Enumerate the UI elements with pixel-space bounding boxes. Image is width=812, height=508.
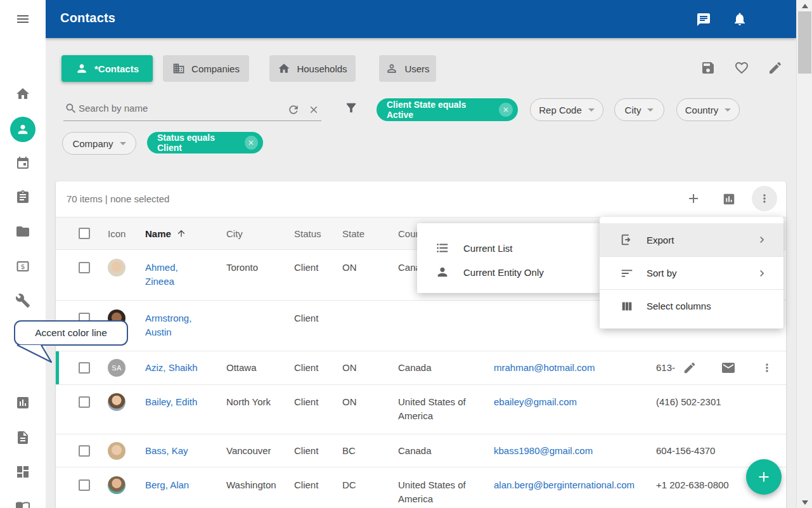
- tab-contacts-label: *Contacts: [94, 63, 139, 74]
- cell-phone: (416) 502-2301: [656, 395, 786, 409]
- notifications-bell-icon[interactable]: [732, 11, 747, 27]
- filter-chip-status[interactable]: Status equals Client: [147, 132, 263, 153]
- cell-city: Washington: [226, 478, 294, 492]
- edit-pencil-icon[interactable]: [768, 60, 783, 75]
- scrollbar-down-arrow[interactable]: [797, 497, 812, 508]
- app-sidebar: $: [0, 38, 46, 508]
- scrollbar-thumb[interactable]: [798, 11, 811, 74]
- hamburger-menu-icon[interactable]: [15, 11, 30, 27]
- contact-name-link[interactable]: Bass, Kay: [145, 444, 188, 458]
- contact-email-link[interactable]: alan.berg@berginternational.com: [494, 478, 635, 492]
- sidebar-billing-icon[interactable]: $: [15, 259, 30, 274]
- tab-companies-label: Companies: [191, 63, 240, 74]
- menu-item-export[interactable]: Export: [600, 223, 783, 256]
- search-underline: [63, 120, 321, 121]
- save-view-icon[interactable]: [700, 60, 716, 75]
- filter-chip-company-label: Company: [72, 138, 113, 149]
- filter-chip-rep-code[interactable]: Rep Code: [530, 98, 603, 121]
- cell-status: Client: [294, 311, 342, 325]
- sort-ascending-icon: [176, 228, 186, 238]
- contact-name-link[interactable]: Armstrong, Austin: [145, 311, 206, 339]
- add-contact-fab[interactable]: [746, 459, 782, 495]
- contact-initials-avatar: SA: [108, 359, 126, 377]
- row-checkbox[interactable]: [79, 479, 90, 491]
- filter-chip-company[interactable]: Company: [62, 132, 136, 155]
- sidebar-home-icon[interactable]: [15, 86, 30, 101]
- menu-item-label: Export: [647, 235, 674, 245]
- filter-funnel-icon[interactable]: [344, 101, 358, 115]
- row-edit-pencil-icon[interactable]: [683, 361, 697, 375]
- accent-color-line: [56, 351, 59, 384]
- chevron-down-icon: [647, 108, 654, 112]
- tab-users-label: Users: [404, 63, 429, 74]
- row-checkbox[interactable]: [79, 396, 90, 408]
- menu-item-sort-by[interactable]: Sort by: [600, 256, 783, 289]
- contact-email-link[interactable]: kbass1980@gmail.com: [494, 444, 593, 458]
- chevron-down-icon: [120, 142, 126, 145]
- tab-households[interactable]: Households: [269, 55, 356, 82]
- chat-icon[interactable]: [696, 12, 711, 27]
- chevron-down-icon: [725, 108, 731, 112]
- row-checkbox[interactable]: [79, 262, 90, 273]
- clear-search-icon[interactable]: [308, 104, 319, 115]
- tab-users[interactable]: Users: [379, 55, 436, 82]
- row-more-options-icon[interactable]: [761, 361, 773, 374]
- column-header-status[interactable]: Status: [294, 228, 342, 239]
- tab-contacts[interactable]: *Contacts: [61, 55, 153, 82]
- sidebar-tools-icon[interactable]: [15, 293, 30, 308]
- page-title: Contacts: [60, 11, 115, 25]
- sidebar-notes-icon[interactable]: [15, 430, 30, 445]
- favorite-heart-icon[interactable]: [734, 60, 749, 75]
- row-email-envelope-icon[interactable]: [721, 360, 736, 375]
- contact-name-link[interactable]: Bailey, Edith: [145, 395, 197, 409]
- submenu-item-current-list[interactable]: Current List: [417, 236, 600, 260]
- filter-chip-status-label: Status equals Client: [157, 133, 239, 153]
- sidebar-dashboard-icon[interactable]: [15, 464, 30, 479]
- sidebar-documents-icon[interactable]: [15, 224, 30, 239]
- column-header-state[interactable]: State: [342, 228, 398, 239]
- sidebar-contacts-icon[interactable]: [10, 117, 35, 142]
- sidebar-reports-icon[interactable]: [15, 395, 30, 410]
- contact-avatar: [108, 393, 126, 411]
- sidebar-library-icon[interactable]: [15, 499, 30, 508]
- contact-email-link[interactable]: mrahman@hotmail.com: [494, 361, 595, 375]
- contact-email-link[interactable]: ebailey@gmail.com: [494, 395, 577, 409]
- contact-avatar: [108, 476, 126, 494]
- remove-filter-icon[interactable]: [245, 136, 258, 150]
- column-header-name[interactable]: Name: [145, 228, 226, 239]
- scrollbar-up-arrow[interactable]: [797, 0, 812, 11]
- submenu-item-current-entity-only[interactable]: Current Entity Only: [417, 260, 600, 284]
- cell-status: Client: [294, 261, 342, 275]
- row-checkbox[interactable]: [79, 362, 90, 374]
- filter-chip-client-state[interactable]: Client State equals Active: [377, 98, 518, 121]
- cell-country: Canada: [398, 361, 494, 375]
- search-input[interactable]: [79, 98, 269, 117]
- menu-item-label: Select columns: [647, 301, 711, 311]
- filter-chip-city[interactable]: City: [614, 98, 664, 121]
- refresh-icon[interactable]: [287, 103, 300, 116]
- column-header-city[interactable]: City: [226, 228, 294, 239]
- sidebar-calendar-icon[interactable]: [15, 155, 30, 171]
- person-icon: [75, 62, 88, 75]
- more-options-button[interactable]: [752, 186, 777, 211]
- top-left-zone: [0, 0, 46, 38]
- tab-companies[interactable]: Companies: [163, 55, 249, 82]
- contact-name-link[interactable]: Ahmed, Zineea: [145, 261, 206, 289]
- table-row: Bailey, Edith North York Client ON Unite…: [56, 385, 786, 434]
- row-checkbox[interactable]: [79, 445, 90, 457]
- chevron-down-icon: [588, 108, 595, 112]
- house-icon: [278, 62, 290, 75]
- menu-item-select-columns[interactable]: Select columns: [600, 289, 783, 322]
- sort-icon: [620, 266, 634, 280]
- contact-name-link[interactable]: Aziz, Shaikh: [145, 361, 198, 375]
- sidebar-tasks-icon[interactable]: [15, 190, 30, 205]
- search-icon: [65, 102, 77, 115]
- remove-filter-icon[interactable]: [499, 103, 513, 117]
- chart-view-icon[interactable]: [722, 192, 736, 206]
- add-icon[interactable]: [686, 191, 701, 206]
- cell-city: Vancouver: [226, 444, 294, 458]
- filter-chip-country[interactable]: Country: [676, 98, 740, 121]
- contact-name-link[interactable]: Berg, Alan: [145, 478, 189, 492]
- select-all-checkbox[interactable]: [79, 228, 90, 239]
- cell-state: BC: [342, 444, 398, 458]
